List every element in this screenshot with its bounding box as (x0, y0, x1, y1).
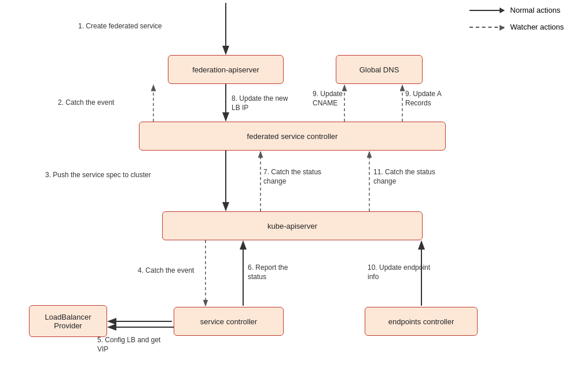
label-9a: 9. Update CNAME (313, 90, 359, 108)
legend-watcher: Watcher actions (469, 23, 564, 31)
legend-normal-label: Normal actions (510, 6, 560, 14)
label-5: 5. Config LB and get VIP (97, 336, 161, 354)
federated-service-controller-box: federated service controller (139, 122, 446, 151)
legend-watcher-label: Watcher actions (510, 23, 564, 31)
watcher-arrow-icon (469, 27, 504, 28)
endpoints-controller-box: endpoints controller (365, 307, 478, 336)
label-6: 6. Report the status (248, 263, 300, 281)
diagram-container: Normal actions Watcher actions federatio… (0, 0, 587, 392)
label-2: 2. Catch the event (58, 98, 114, 108)
label-7: 7. Catch the status change (263, 168, 327, 186)
normal-arrow-icon (469, 10, 504, 11)
label-4: 4. Catch the event (138, 266, 201, 276)
legend: Normal actions Watcher actions (469, 6, 564, 31)
federation-apiserver-box: federation-apiserver (168, 55, 284, 84)
loadbalancer-provider-box: LoadBalancer Provider (29, 305, 107, 337)
service-controller-box: service controller (174, 307, 284, 336)
label-11: 11. Catch the status change (373, 168, 437, 186)
label-10: 10. Update endpoint info (368, 263, 431, 281)
label-1: 1. Create federated service (78, 22, 162, 31)
label-9b: 9. Update A Records (405, 90, 452, 108)
global-dns-box: Global DNS (336, 55, 423, 84)
label-8: 8. Update the new LB IP (232, 94, 295, 112)
legend-normal: Normal actions (469, 6, 564, 14)
kube-apiserver-box: kube-apiserver (162, 211, 423, 240)
label-3: 3. Push the service spec to cluster (45, 171, 158, 180)
